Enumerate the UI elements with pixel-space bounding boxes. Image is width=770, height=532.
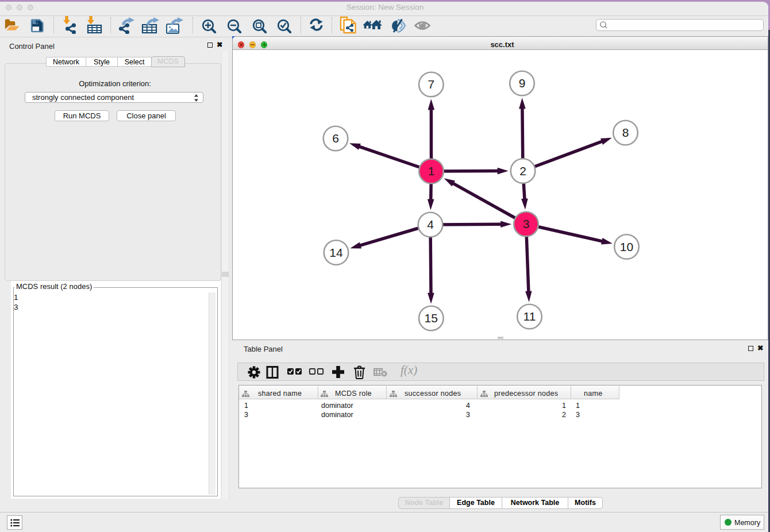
svg-text:1: 1 (428, 164, 435, 178)
svg-text:14: 14 (329, 246, 343, 259)
svg-text:8: 8 (622, 126, 629, 139)
svg-text:11: 11 (523, 310, 536, 323)
svg-text:10: 10 (620, 240, 633, 253)
svg-text:6: 6 (332, 132, 339, 145)
svg-text:9: 9 (519, 76, 526, 90)
svg-text:7: 7 (428, 78, 434, 91)
svg-text:2: 2 (519, 164, 526, 178)
svg-text:4: 4 (427, 218, 434, 231)
svg-text:15: 15 (425, 311, 438, 325)
svg-text:3: 3 (523, 217, 530, 230)
